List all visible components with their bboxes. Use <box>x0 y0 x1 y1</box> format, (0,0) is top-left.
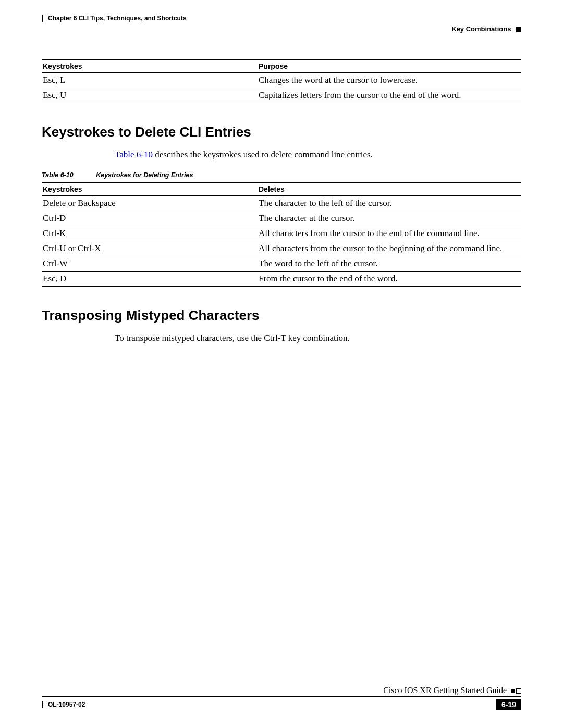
cell-purpose: Changes the word at the cursor to lowerc… <box>258 73 521 88</box>
page-number: 6-19 <box>496 699 521 710</box>
footer-guide-title: Cisco IOS XR Getting Started Guide <box>383 686 507 695</box>
table-number: Table 6-10 <box>42 171 74 179</box>
col-purpose: Purpose <box>258 59 521 73</box>
section-heading-transpose: Transposing Mistyped Characters <box>42 307 521 324</box>
page-footer: Cisco IOS XR Getting Started Guide OL-10… <box>42 686 521 710</box>
cell-keystroke: Ctrl-W <box>42 256 258 272</box>
cell-keystroke: Ctrl-U or Ctrl-X <box>42 241 258 256</box>
cell-deletes: All characters from the cursor to the be… <box>258 241 521 256</box>
col-deletes: Deletes <box>258 182 521 196</box>
table-header-row: Keystrokes Purpose <box>42 59 521 73</box>
keystrokes-delete-table: Keystrokes Deletes Delete or Backspace T… <box>42 182 521 287</box>
cell-purpose: Capitalizes letters from the cursor to t… <box>258 88 521 103</box>
footer-marker-icon <box>511 689 515 693</box>
intro-paragraph: Table 6-10 describes the keystrokes used… <box>115 150 521 160</box>
cell-keystroke: Ctrl-K <box>42 226 258 241</box>
table-row: Ctrl-U or Ctrl-X All characters from the… <box>42 241 521 256</box>
table-row: Esc, L Changes the word at the cursor to… <box>42 73 521 88</box>
keystrokes-case-table: Keystrokes Purpose Esc, L Changes the wo… <box>42 59 521 103</box>
cell-keystroke: Esc, D <box>42 272 258 287</box>
table-row: Ctrl-K All characters from the cursor to… <box>42 226 521 241</box>
table-row: Ctrl-W The word to the left of the curso… <box>42 256 521 272</box>
cell-deletes: From the cursor to the end of the word. <box>258 272 521 287</box>
running-subheader: Key Combinations <box>42 25 521 33</box>
transpose-paragraph: To transpose mistyped characters, use th… <box>115 333 521 343</box>
footer-doc-id: OL-10957-02 <box>42 701 85 708</box>
footer-marker-icon <box>516 688 521 694</box>
cell-keystroke: Delete or Backspace <box>42 196 258 211</box>
table-xref-link[interactable]: Table 6-10 <box>115 150 153 159</box>
cell-deletes: The character at the cursor. <box>258 211 521 226</box>
table-row: Delete or Backspace The character to the… <box>42 196 521 211</box>
table-title: Keystrokes for Deleting Entries <box>96 171 193 179</box>
table-caption: Table 6-10 Keystrokes for Deleting Entri… <box>42 171 521 179</box>
cell-keystroke: Esc, L <box>42 73 258 88</box>
section-heading-delete: Keystrokes to Delete CLI Entries <box>42 124 521 140</box>
intro-text: describes the keystrokes used to delete … <box>153 150 373 159</box>
section-label: Key Combinations <box>451 25 511 33</box>
cell-keystroke: Esc, U <box>42 88 258 103</box>
cell-deletes: All characters from the cursor to the en… <box>258 226 521 241</box>
table-header-row: Keystrokes Deletes <box>42 182 521 196</box>
table-row: Ctrl-D The character at the cursor. <box>42 211 521 226</box>
table-row: Esc, D From the cursor to the end of the… <box>42 272 521 287</box>
col-keystrokes: Keystrokes <box>42 59 258 73</box>
col-keystrokes: Keystrokes <box>42 182 258 196</box>
header-marker-icon <box>516 27 521 32</box>
running-header: Chapter 6 CLI Tips, Techniques, and Shor… <box>42 15 521 22</box>
cell-keystroke: Ctrl-D <box>42 211 258 226</box>
cell-deletes: The character to the left of the cursor. <box>258 196 521 211</box>
cell-deletes: The word to the left of the cursor. <box>258 256 521 272</box>
table-row: Esc, U Capitalizes letters from the curs… <box>42 88 521 103</box>
